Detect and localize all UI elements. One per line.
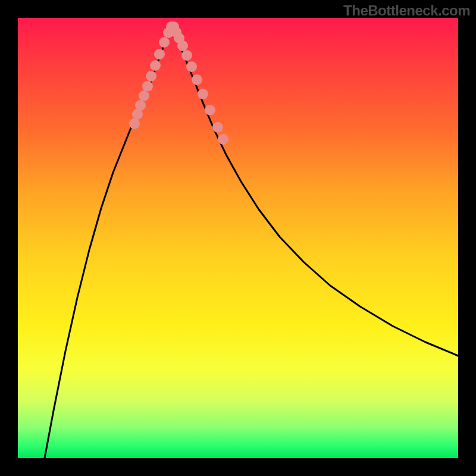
curve-right-branch — [171, 27, 458, 356]
marker-point — [150, 60, 161, 71]
marker-point — [205, 105, 215, 115]
marker-point — [181, 50, 192, 61]
curve-left-branch — [45, 27, 171, 458]
marker-point — [186, 61, 197, 72]
marker-point — [139, 90, 149, 101]
marker-point — [129, 118, 140, 129]
marker-point — [177, 40, 188, 51]
plot-area — [18, 18, 458, 458]
marker-point — [198, 89, 208, 99]
marker-point — [142, 81, 153, 92]
marker-point — [154, 49, 165, 60]
marker-point — [192, 74, 202, 85]
curve-svg — [18, 18, 458, 458]
marker-point — [146, 71, 156, 82]
marker-point — [212, 122, 223, 133]
watermark-text: TheBottleneck.com — [343, 2, 470, 19]
marker-point — [218, 134, 228, 145]
chart-frame: TheBottleneck.com — [0, 0, 476, 476]
marker-point — [135, 100, 146, 111]
marker-point — [159, 37, 170, 48]
